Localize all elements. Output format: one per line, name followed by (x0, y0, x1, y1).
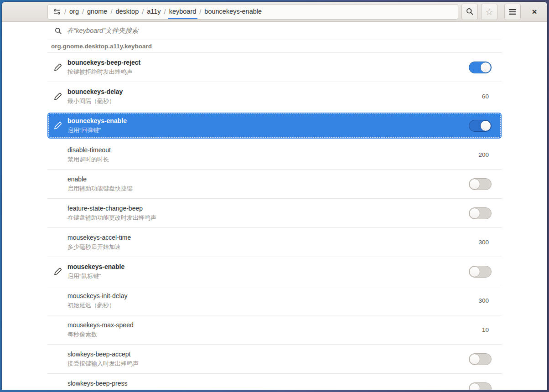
pencil-edited-icon (54, 268, 62, 275)
key-name: slowkeys-beep-accept (67, 351, 139, 359)
key-texts: mousekeys-max-speed每秒像素数 (67, 321, 134, 338)
close-button[interactable]: × (526, 4, 543, 20)
toggle-switch[interactable] (469, 266, 492, 278)
key-value: 10 (482, 326, 489, 333)
key-name: disable-timeout (67, 146, 111, 155)
path-segment-gnome[interactable]: gnome (87, 4, 108, 19)
key-texts: feature-state-change-beep在键盘辅助功能更改时发出蜂鸣声 (67, 205, 156, 222)
star-icon: ☆ (485, 7, 493, 16)
toggle-switch[interactable] (469, 353, 492, 365)
key-row-mousekeys-enable[interactable]: mousekeys-enable启用“鼠标键” (47, 257, 502, 286)
key-texts: bouncekeys-beep-reject按键被拒绝时发出蜂鸣声 (67, 59, 140, 76)
toggle-switch[interactable] (469, 382, 492, 390)
key-rows: bouncekeys-beep-reject按键被拒绝时发出蜂鸣声bouncek… (47, 53, 502, 390)
key-texts: bouncekeys-enable启用“回弹键” (67, 117, 127, 134)
toggle-knob (469, 354, 480, 365)
path-separator: / (164, 8, 166, 15)
path-segment-org[interactable]: org (69, 4, 79, 19)
hamburger-menu-icon (509, 9, 516, 15)
toggle-knob (480, 120, 491, 131)
key-texts: mousekeys-accel-time多少毫秒后开始加速 (67, 234, 131, 251)
key-row-bouncekeys-enable[interactable]: bouncekeys-enable启用“回弹键” (47, 113, 502, 139)
schema-section-header: org.gnome.desktop.a11y.keyboard (47, 40, 502, 53)
key-value: 300 (478, 297, 489, 304)
key-name: mousekeys-accel-time (67, 234, 131, 242)
key-summary: 最小间隔（毫秒） (67, 98, 123, 105)
key-row-enable[interactable]: enable启用辅助功能键盘快捷键 (47, 170, 502, 199)
toggle-knob (480, 62, 491, 73)
toggle-switch[interactable] (469, 207, 492, 219)
pathbar[interactable]: /org/gnome/desktop/a11y/keyboard/bouncek… (47, 4, 458, 20)
key-summary: 每秒像素数 (67, 331, 134, 338)
toggle-knob (469, 179, 480, 190)
toggle-switch[interactable] (469, 62, 492, 73)
keys-list: 在“keyboard”文件夹搜索 org.gnome.desktop.a11y.… (2, 22, 547, 390)
key-summary: 接受按键输入时发出蜂鸣声 (67, 360, 139, 367)
path-segment-keyboard[interactable]: keyboard (169, 4, 197, 19)
dconf-editor-window: /org/gnome/desktop/a11y/keyboard/bouncek… (2, 2, 547, 390)
key-texts: bouncekeys-delay最小间隔（毫秒） (67, 88, 123, 105)
key-texts: enable启用辅助功能键盘快捷键 (67, 175, 133, 192)
menu-button[interactable] (504, 4, 521, 20)
key-row-mousekeys-max-speed[interactable]: mousekeys-max-speed每秒像素数10 (47, 315, 502, 345)
key-texts: slowkeys-beep-accept接受按键输入时发出蜂鸣声 (67, 351, 139, 367)
key-summary: 禁用超时的时长 (67, 156, 111, 163)
search-button[interactable] (461, 4, 478, 20)
key-value: 60 (482, 93, 489, 100)
key-row-mousekeys-accel-time[interactable]: mousekeys-accel-time多少毫秒后开始加速300 (47, 228, 502, 257)
path-separator: / (64, 8, 66, 15)
key-name: slowkeys-beep-press (67, 380, 133, 388)
key-name: bouncekeys-enable (67, 117, 127, 125)
key-summary: 启用“回弹键” (67, 127, 127, 134)
search-icon (466, 8, 474, 15)
key-row-bouncekeys-beep-reject[interactable]: bouncekeys-beep-reject按键被拒绝时发出蜂鸣声 (47, 53, 502, 82)
toggle-switch[interactable] (469, 178, 492, 190)
key-summary: 启用辅助功能键盘快捷键 (67, 185, 133, 192)
path-separator: / (142, 8, 144, 15)
search-entry[interactable]: 在“keyboard”文件夹搜索 (47, 22, 502, 40)
key-name: mousekeys-init-delay (67, 292, 128, 300)
key-summary: 多少毫秒后开始加速 (67, 243, 131, 251)
key-row-feature-state-change-beep[interactable]: feature-state-change-beep在键盘辅助功能更改时发出蜂鸣声 (47, 199, 502, 228)
key-summary: 按键被按下时发出蜂鸣声 (67, 389, 133, 390)
key-name: mousekeys-enable (67, 263, 124, 271)
path-separator: / (199, 8, 201, 15)
key-texts: mousekeys-enable启用“鼠标键” (67, 263, 124, 280)
path-separator: / (82, 8, 84, 15)
key-summary: 在键盘辅助功能更改时发出蜂鸣声 (67, 214, 156, 222)
key-texts: disable-timeout禁用超时的时长 (67, 146, 111, 163)
key-row-slowkeys-beep-accept[interactable]: slowkeys-beep-accept接受按键输入时发出蜂鸣声 (47, 345, 502, 374)
key-summary: 启用“鼠标键” (67, 273, 124, 280)
key-value: 300 (478, 239, 489, 246)
key-name: mousekeys-max-speed (67, 321, 134, 330)
path-segment-bouncekeys-enable[interactable]: bouncekeys-enable (204, 4, 262, 19)
key-name: feature-state-change-beep (67, 205, 156, 213)
key-summary: 按键被拒绝时发出蜂鸣声 (67, 68, 140, 76)
toggle-knob (469, 383, 480, 390)
path-segment-a11y[interactable]: a11y (146, 4, 161, 19)
key-row-bouncekeys-delay[interactable]: bouncekeys-delay最小间隔（毫秒）60 (47, 82, 502, 111)
key-name: bouncekeys-delay (67, 88, 123, 96)
key-row-mousekeys-init-delay[interactable]: mousekeys-init-delay初始延迟（毫秒）300 (47, 286, 502, 315)
path-segment-desktop[interactable]: desktop (115, 4, 139, 19)
headerbar: /org/gnome/desktop/a11y/keyboard/bouncek… (2, 2, 547, 22)
pencil-edited-icon (54, 93, 62, 100)
pencil-edited-icon (54, 63, 62, 71)
toggle-knob (469, 266, 480, 277)
toggle-switch[interactable] (469, 120, 492, 132)
key-name: enable (67, 175, 133, 184)
close-icon: × (532, 7, 537, 17)
search-icon (55, 27, 62, 35)
key-texts: mousekeys-init-delay初始延迟（毫秒） (67, 292, 128, 309)
key-value: 200 (478, 151, 489, 158)
key-texts: slowkeys-beep-press按键被按下时发出蜂鸣声 (67, 380, 133, 390)
key-row-disable-timeout[interactable]: disable-timeout禁用超时的时长200 (47, 140, 502, 170)
key-name: bouncekeys-beep-reject (67, 59, 140, 67)
pencil-edited-icon (54, 122, 62, 129)
toggle-knob (469, 208, 480, 219)
sliders-icon (53, 8, 61, 15)
key-row-slowkeys-beep-press[interactable]: slowkeys-beep-press按键被按下时发出蜂鸣声 (47, 374, 502, 390)
path-separator: / (110, 8, 112, 15)
key-summary: 初始延迟（毫秒） (67, 302, 128, 309)
bookmark-button[interactable]: ☆ (481, 4, 497, 20)
